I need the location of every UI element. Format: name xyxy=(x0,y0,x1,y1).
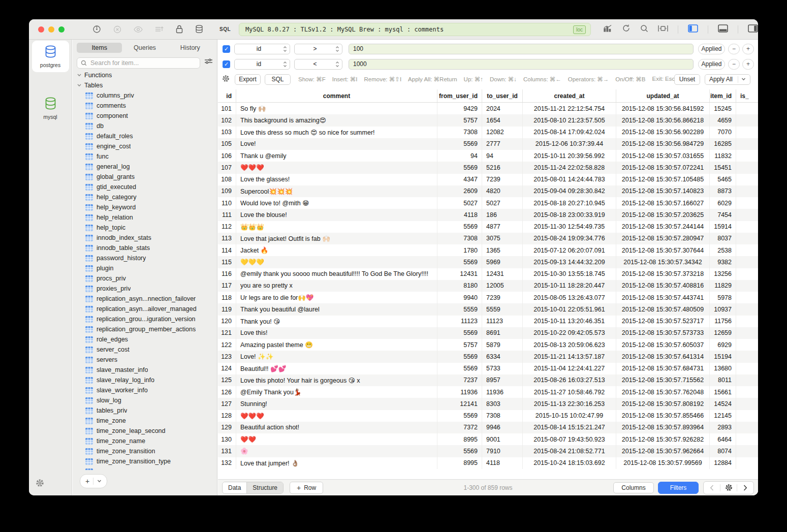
table-cell[interactable]: 2015-08-05 13:26:43.077 xyxy=(523,292,616,303)
table-cell[interactable]: 117 xyxy=(218,280,236,292)
column-header-comment[interactable]: comment xyxy=(236,89,437,102)
table-cell[interactable]: 114 xyxy=(218,244,236,256)
table-cell[interactable] xyxy=(736,327,758,339)
table-cell[interactable]: 5978 xyxy=(710,292,736,303)
table-cell[interactable] xyxy=(736,114,758,126)
table-cell[interactable]: 5027 xyxy=(482,197,523,209)
table-cell[interactable]: 7070 xyxy=(710,127,736,138)
table-cell[interactable]: 2015-12-08 15:30:57.408816 xyxy=(616,280,710,292)
table-cell[interactable]: Love! xyxy=(236,138,437,150)
table-row[interactable]: 121Love this!556986912015-10-22 09:42:05… xyxy=(218,327,758,339)
table-cell[interactable]: 2015-12-08 15:30:57.962664 xyxy=(616,445,710,457)
table-cell[interactable]: Would love to! @mith 😁 xyxy=(236,197,437,209)
filter-items-icon[interactable] xyxy=(204,58,213,68)
table-cell[interactable]: 2015-09-13 14:44:32.209 xyxy=(523,256,616,268)
table-cell[interactable]: 5569 xyxy=(437,445,482,457)
table-cell[interactable]: 7308 xyxy=(482,410,523,422)
table-cell[interactable]: 2015-12-08 15:30:57.605037 xyxy=(616,339,710,351)
table-cell[interactable]: 4118 xyxy=(482,457,523,469)
table-cell[interactable]: 2015-12-08 15:30:57.244144 xyxy=(616,221,710,233)
table-cell[interactable]: 127 xyxy=(218,398,236,410)
table-cell[interactable]: 15451 xyxy=(710,162,736,173)
table-cell[interactable] xyxy=(736,162,758,173)
table-cell[interactable]: 2015-08-14 15:15:21.247 xyxy=(523,422,616,433)
table-cell[interactable]: 2015-10-30 13:55:18.745 xyxy=(523,268,616,280)
table-cell[interactable]: 7239 xyxy=(482,292,523,303)
table-row[interactable]: 103Love this dress so much 😍 so nice for… xyxy=(218,127,758,138)
table-list-item[interactable]: time_zone xyxy=(73,416,217,426)
table-list-item[interactable]: columns_priv xyxy=(73,90,217,101)
table-list-item[interactable]: comments xyxy=(73,101,217,111)
table-cell[interactable]: 108 xyxy=(218,174,236,185)
database-icon[interactable] xyxy=(195,25,203,34)
table-cell[interactable]: 2015-10-15 10:02:47.99 xyxy=(523,410,616,422)
tab-queries[interactable]: Queries xyxy=(122,43,167,53)
add-filter-button[interactable]: + xyxy=(742,59,754,70)
table-cell[interactable]: 15914 xyxy=(710,221,736,233)
table-cell[interactable]: 9946 xyxy=(482,422,523,433)
table-cell[interactable]: 12082 xyxy=(482,127,523,138)
table-cell[interactable]: 128 xyxy=(218,410,236,422)
table-row[interactable]: 120Thank you! 😘11123111232015-10-11 13:2… xyxy=(218,316,758,327)
table-row[interactable]: 125Love this photo! Your hair is gorgeou… xyxy=(218,374,758,386)
table-cell[interactable]: 2015-12-08 15:30:57.280947 xyxy=(616,233,710,244)
table-list-item[interactable]: gtid_executed xyxy=(73,182,217,192)
table-list-item[interactable]: component xyxy=(73,111,217,121)
table-cell[interactable] xyxy=(736,303,758,315)
table-cell[interactable]: 11936 xyxy=(482,386,523,398)
table-cell[interactable]: 12005 xyxy=(482,280,523,292)
table-cell[interactable]: 8873 xyxy=(710,185,736,197)
table-row[interactable]: 131🌸556979102015-08-24 21:08:52.7712015-… xyxy=(218,445,758,457)
table-cell[interactable]: Love this! xyxy=(236,327,437,339)
preview-icon[interactable] xyxy=(134,26,143,33)
filter-settings-gear-icon[interactable] xyxy=(222,75,230,84)
table-row[interactable]: 122Amazing pastel theme 😬575758792015-08… xyxy=(218,339,758,351)
table-cell[interactable]: 2015-12-08 15:30:57.523717 xyxy=(616,316,710,327)
table-cell[interactable]: Supercool💥💥💥 xyxy=(236,185,437,197)
table-cell[interactable]: 126 xyxy=(218,386,236,398)
table-cell[interactable]: 2015-08-18 20:27:10.945 xyxy=(523,197,616,209)
table-row[interactable]: 111Love the blouse!41181862015-08-18 23:… xyxy=(218,209,758,221)
table-cell[interactable]: 2015-12-08 15:30:57.140823 xyxy=(616,185,710,197)
table-cell[interactable]: 5569 xyxy=(437,162,482,173)
table-row[interactable]: 115💛💛💛556959692015-09-13 14:44:32.209201… xyxy=(218,256,758,268)
table-cell[interactable]: 8037 xyxy=(710,233,736,244)
minimize-window-button[interactable] xyxy=(48,26,54,33)
table-cell[interactable] xyxy=(736,268,758,280)
settings-gear-icon[interactable] xyxy=(36,479,44,489)
filter-operator-select[interactable]: > xyxy=(294,44,342,54)
table-cell[interactable]: 2015-08-13 20:59:06.623 xyxy=(523,339,616,351)
apply-all-button[interactable]: Apply All xyxy=(705,74,750,85)
table-cell[interactable] xyxy=(736,233,758,244)
table-cell[interactable]: 2015-12-08 15:30:56.902289 xyxy=(616,127,710,138)
table-cell[interactable]: 11756 xyxy=(710,316,736,327)
table-cell[interactable]: 6029 xyxy=(710,197,736,209)
table-cell[interactable]: 2015-11-30 12:54:49.735 xyxy=(523,221,616,233)
table-cell[interactable] xyxy=(736,292,758,303)
table-cell[interactable]: 8995 xyxy=(437,433,482,445)
table-row[interactable]: 107❤️❤️❤️556952162015-11-24 22:02:58.828… xyxy=(218,162,758,173)
table-cell[interactable]: 2015-12-08 15:30:57.641314 xyxy=(616,351,710,362)
table-cell[interactable]: 2015-12-08 15:30:57.373218 xyxy=(616,268,710,280)
connection-postgres[interactable]: postgres xyxy=(32,41,69,72)
table-row[interactable]: 117you are so pretty x8180120052015-10-1… xyxy=(218,280,758,292)
table-cell[interactable]: Thank you! 😘 xyxy=(236,316,437,327)
table-cell[interactable]: 2015-11-24 22:02:58.828 xyxy=(523,162,616,173)
table-cell[interactable]: 13256 xyxy=(710,268,736,280)
table-list-item[interactable]: time_zone_transition_type xyxy=(73,456,217,466)
table-cell[interactable]: 15661 xyxy=(710,386,736,398)
table-cell[interactable]: 8957 xyxy=(482,374,523,386)
table-cell[interactable]: 103 xyxy=(218,127,236,138)
table-cell[interactable]: 2609 xyxy=(437,185,482,197)
table-cell[interactable]: 94 xyxy=(437,150,482,162)
table-cell[interactable]: 12884 xyxy=(710,457,736,469)
table-row[interactable]: 110Would love to! @mith 😁502750272015-08… xyxy=(218,197,758,209)
table-cell[interactable]: Amazing pastel theme 😬 xyxy=(236,339,437,351)
table-cell[interactable]: 7372 xyxy=(437,422,482,433)
tree-group-tables[interactable]: Tables xyxy=(73,80,217,90)
table-cell[interactable]: 2015-10-11 20:39:56.992 xyxy=(523,150,616,162)
table-cell[interactable]: Love that jacket! Outfit is fab 🙌🏻 xyxy=(236,233,437,244)
table-cell[interactable]: ❤️❤️❤️ xyxy=(236,162,437,173)
table-cell[interactable]: 12659 xyxy=(710,327,736,339)
sql-button[interactable]: SQL xyxy=(265,74,291,85)
